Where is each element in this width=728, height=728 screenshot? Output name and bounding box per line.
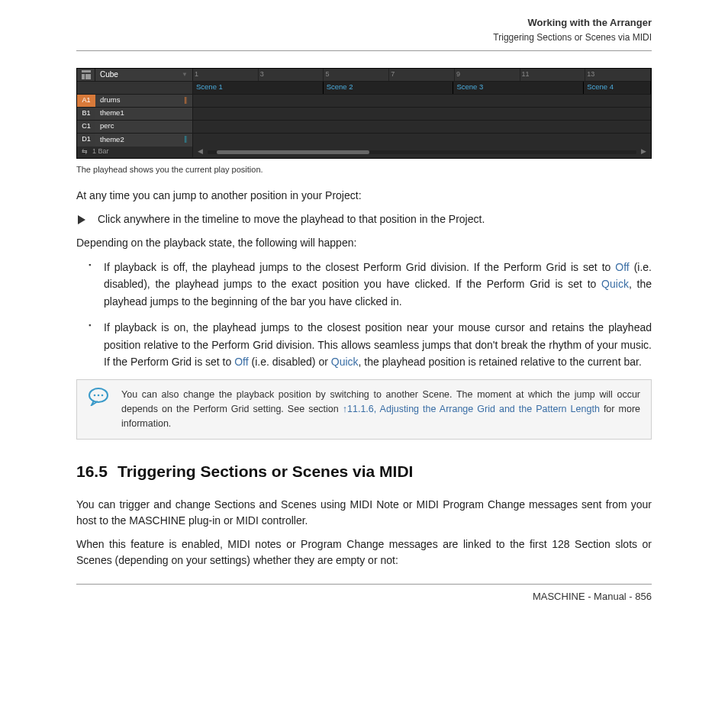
note-text: You can also change the playback positio… bbox=[121, 388, 640, 430]
paragraph: You can trigger and change Sections and … bbox=[76, 497, 652, 529]
svg-point-5 bbox=[98, 395, 100, 397]
ruler-tick: 1 bbox=[193, 69, 259, 81]
scene-cell[interactable]: Scene 2 bbox=[324, 82, 454, 94]
ui-term-link: Quick bbox=[331, 356, 359, 368]
list-item: If playback is off, the playhead jumps t… bbox=[104, 259, 652, 310]
ruler-tick: 13 bbox=[585, 69, 651, 81]
ui-term-link: Off bbox=[234, 356, 248, 368]
scene-cell[interactable]: Scene 4 bbox=[584, 82, 651, 94]
track-row: D1theme2‖..rn 1..rn 2..rn 1..rn 1 bbox=[77, 134, 651, 147]
track-index[interactable]: B1 bbox=[77, 108, 95, 120]
project-name: Cube bbox=[100, 69, 118, 80]
svg-point-6 bbox=[101, 395, 104, 397]
track-row: B1theme1Pattern 2..rn 1..rn 1 bbox=[77, 108, 651, 121]
page-header-title: Working with the Arranger bbox=[76, 15, 652, 31]
scene-cell[interactable]: Scene 3 bbox=[453, 82, 584, 94]
ruler-tick: 3 bbox=[259, 69, 324, 81]
project-name-cell[interactable]: Cube ▼ bbox=[95, 69, 192, 81]
footer-rule bbox=[76, 584, 652, 585]
dropdown-icon: ▼ bbox=[182, 70, 188, 79]
arranger-mode-icon[interactable] bbox=[77, 69, 95, 81]
paragraph: At any time you can jump to another posi… bbox=[76, 188, 652, 204]
instruction-step: Click anywhere in the timeline to move t… bbox=[76, 211, 652, 227]
svg-rect-2 bbox=[85, 74, 91, 79]
track-index[interactable]: D1 bbox=[77, 134, 95, 147]
track-row: C1perc..rn 1..rn 1 bbox=[77, 121, 651, 134]
timeline-ruler[interactable]: 1 3 5 7 9 11 13 bbox=[193, 69, 651, 81]
page-footer: MASCHINE - Manual - 856 bbox=[76, 589, 652, 604]
track-name-cell[interactable]: theme1 bbox=[95, 108, 192, 120]
scene-cell[interactable]: Scene 1 bbox=[193, 82, 324, 94]
ui-term-link: Off bbox=[615, 261, 629, 273]
svg-rect-0 bbox=[82, 70, 91, 72]
track-name-cell[interactable]: drums‖ bbox=[95, 95, 192, 107]
horizontal-scrollbar[interactable] bbox=[208, 150, 636, 154]
paragraph: Depending on the playback state, the fol… bbox=[76, 235, 652, 251]
scrollbar-thumb[interactable] bbox=[217, 150, 369, 154]
scroll-right-icon[interactable]: ▶ bbox=[641, 147, 646, 157]
ruler-tick: 11 bbox=[520, 69, 586, 81]
track-name-cell[interactable]: perc bbox=[95, 121, 192, 133]
grid-resolution-label[interactable]: ⇆ 1 Bar bbox=[77, 147, 193, 157]
speech-bubble-icon bbox=[88, 388, 111, 430]
svg-rect-1 bbox=[82, 74, 85, 79]
list-item: If playback is on, the playhead jumps to… bbox=[104, 319, 652, 370]
section-heading: 16.5Triggering Sections or Scenes via MI… bbox=[76, 459, 652, 484]
triangle-bullet-icon bbox=[78, 215, 85, 224]
paragraph: When this feature is enabled, MIDI notes… bbox=[76, 536, 652, 569]
page-header-subtitle: Triggering Sections or Scenes via MIDI bbox=[76, 31, 652, 44]
header-rule bbox=[76, 50, 652, 51]
figure-caption: The playhead shows you the current play … bbox=[76, 163, 652, 176]
bullet-list: If playback is off, the playhead jumps t… bbox=[76, 259, 652, 370]
cross-reference-link[interactable]: ↑11.1.6, Adjusting the Arrange Grid and … bbox=[343, 404, 600, 414]
track-name-cell[interactable]: theme2‖ bbox=[95, 134, 192, 147]
scene-lane[interactable]: Scene 1 Scene 2 Scene 3 Scene 4 bbox=[193, 82, 651, 94]
scroll-left-icon[interactable]: ◀ bbox=[198, 147, 203, 157]
arranger-screenshot: Cube ▼ 1 3 5 7 9 11 13 Scene 1 Scene 2 S… bbox=[76, 68, 652, 159]
info-note: You can also change the playback positio… bbox=[76, 379, 652, 439]
track-row: A1drums‖Pattern 1..rn 2Pattern 1Pattern bbox=[77, 95, 651, 108]
ruler-tick: 7 bbox=[389, 69, 455, 81]
ruler-tick: 9 bbox=[455, 69, 520, 81]
track-index[interactable]: A1 bbox=[77, 95, 95, 107]
svg-point-4 bbox=[94, 395, 96, 397]
ruler-tick: 5 bbox=[324, 69, 389, 81]
ui-term-link: Quick bbox=[601, 278, 629, 290]
track-index[interactable]: C1 bbox=[77, 121, 95, 133]
